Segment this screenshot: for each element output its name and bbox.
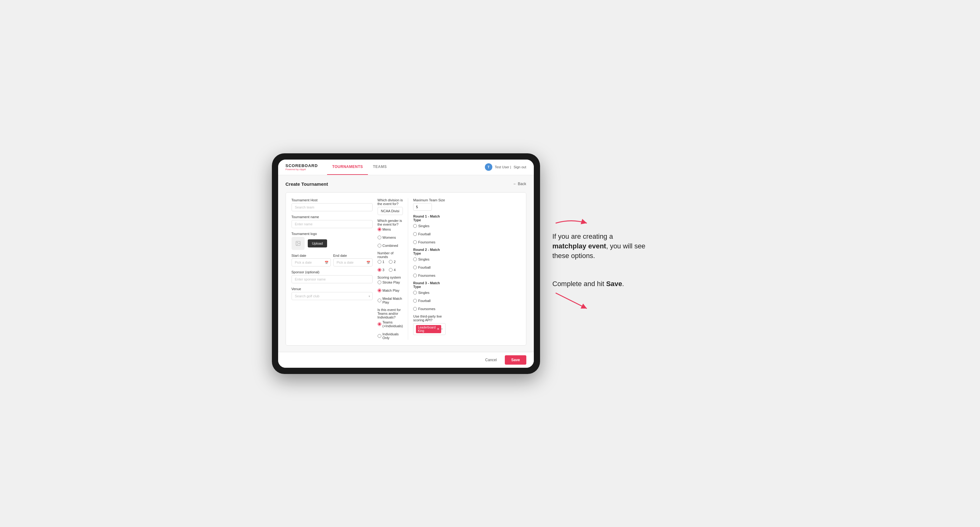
round1-foursomes-option[interactable]: Foursomes	[413, 240, 435, 244]
calendar-icon: 📅	[325, 260, 328, 264]
tablet-screen: SCOREBOARD Powered by clippit TOURNAMENT…	[278, 160, 534, 368]
round3-fourball-radio[interactable]	[413, 299, 417, 303]
rounds-1-option[interactable]: 1	[378, 260, 385, 264]
gender-mens-radio[interactable]	[378, 227, 381, 231]
round1-radio-group: Singles Fourball Foursomes	[413, 224, 445, 244]
gender-mens-option[interactable]: Mens	[378, 227, 391, 231]
max-team-size-field: Maximum Team Size	[413, 198, 445, 211]
round1-foursomes-radio[interactable]	[413, 240, 417, 244]
round2-foursomes-option[interactable]: Foursomes	[413, 274, 435, 277]
rounds-1-radio[interactable]	[378, 260, 381, 264]
round2-fourball-radio[interactable]	[413, 265, 417, 269]
round2-singles-radio[interactable]	[413, 257, 417, 261]
round3-singles-radio[interactable]	[413, 291, 417, 295]
rounds-label: Number of rounds	[378, 251, 403, 259]
scoring-medal-option[interactable]: Medal Match Play	[378, 297, 403, 304]
form-middle-section: Which division is the event for? NCAA Di…	[378, 198, 408, 340]
round1-singles-radio[interactable]	[413, 224, 417, 228]
scoring-medal-radio[interactable]	[378, 298, 381, 302]
form-left-section: Tournament Host Tournament name Tourname…	[291, 198, 372, 340]
scoring-match-option[interactable]: Match Play	[378, 289, 399, 292]
sponsor-input[interactable]	[291, 275, 372, 283]
round3-foursomes-label: Foursomes	[418, 307, 435, 311]
teams-label: Is this event for Teams and/or Individua…	[378, 308, 403, 319]
round2-foursomes-radio[interactable]	[413, 274, 417, 277]
teams-individuals-label: Individuals Only	[383, 332, 403, 340]
max-team-size-label: Maximum Team Size	[413, 198, 445, 202]
rounds-1-label: 1	[383, 260, 385, 264]
back-button[interactable]: ← Back	[513, 182, 526, 186]
gender-combined-option[interactable]: Combined	[378, 244, 398, 248]
teams-individuals-option[interactable]: Individuals Only	[378, 332, 403, 340]
tournament-name-input[interactable]	[291, 220, 372, 228]
avatar: T	[485, 163, 492, 171]
round1-fourball-radio[interactable]	[413, 232, 417, 236]
round3-radio-group: Singles Fourball Foursomes	[413, 291, 445, 311]
scoring-stroke-radio[interactable]	[378, 281, 381, 284]
max-team-size-input[interactable]	[413, 203, 432, 211]
arrow-top-icon	[552, 217, 590, 229]
brand: SCOREBOARD Powered by clippit	[286, 163, 318, 171]
end-date-field: End date 📅	[333, 254, 372, 267]
tournament-name-label: Tournament name	[291, 215, 372, 219]
tournament-host-input-wrapper	[291, 203, 372, 211]
nav-tab-teams[interactable]: TEAMS	[368, 160, 392, 175]
teams-individuals-radio[interactable]	[378, 334, 381, 338]
round3-fourball-label: Fourball	[418, 299, 431, 303]
annotation-top: If you are creating a matchplay event, y…	[552, 217, 708, 260]
round1-fourball-option[interactable]: Fourball	[413, 232, 431, 236]
scoring-medal-label: Medal Match Play	[383, 297, 403, 304]
round3-label: Round 3 - Match Type	[413, 281, 445, 289]
annotation-top-bold: matchplay event	[552, 242, 606, 250]
rounds-3-option[interactable]: 3	[378, 268, 385, 272]
nav-tabs: TOURNAMENTS TEAMS	[327, 160, 485, 175]
gender-radio-group: Mens Womens Combined	[378, 227, 403, 248]
round3-section: Round 3 - Match Type Singles Fourball	[413, 281, 445, 311]
api-select-container[interactable]: Leaderboard King ✕ ▾	[413, 323, 445, 335]
round3-foursomes-radio[interactable]	[413, 307, 417, 311]
venue-input-wrapper: ▾	[291, 292, 372, 300]
division-select[interactable]: NCAA Division I	[378, 207, 403, 215]
scoring-label: Scoring system	[378, 276, 403, 279]
teams-teams-option[interactable]: Teams (+Individuals)	[378, 321, 403, 328]
tournament-logo-label: Tournament logo	[291, 232, 372, 236]
cancel-button[interactable]: Cancel	[480, 355, 502, 365]
round3-fourball-option[interactable]: Fourball	[413, 299, 431, 303]
rounds-4-radio[interactable]	[389, 268, 393, 272]
gender-combined-radio[interactable]	[378, 244, 381, 248]
round3-singles-option[interactable]: Singles	[413, 291, 430, 295]
page-title: Create Tournament	[286, 181, 328, 187]
round2-singles-option[interactable]: Singles	[413, 257, 430, 261]
tournament-host-input[interactable]	[291, 203, 372, 211]
brand-sub: Powered by clippit	[286, 168, 318, 171]
save-button[interactable]: Save	[505, 355, 526, 365]
gender-label: Which gender is the event for?	[378, 219, 403, 226]
api-tag: Leaderboard King ✕	[416, 325, 441, 333]
round3-foursomes-option[interactable]: Foursomes	[413, 307, 435, 311]
gender-womens-radio[interactable]	[378, 236, 381, 239]
round1-singles-option[interactable]: Singles	[413, 224, 430, 228]
tournament-host-field: Tournament Host	[291, 198, 372, 211]
api-chevron-icon: ▾	[441, 327, 443, 331]
round2-label: Round 2 - Match Type	[413, 248, 445, 255]
venue-input[interactable]	[291, 292, 372, 300]
round2-fourball-option[interactable]: Fourball	[413, 265, 431, 269]
gender-womens-option[interactable]: Womens	[378, 236, 396, 239]
tournament-host-label: Tournament Host	[291, 198, 372, 202]
scoring-match-radio[interactable]	[378, 289, 381, 292]
tournament-name-field: Tournament name	[291, 215, 372, 228]
logo-upload-area: Upload	[291, 237, 372, 250]
division-label: Which division is the event for?	[378, 198, 403, 206]
rounds-4-option[interactable]: 4	[389, 268, 396, 272]
logo-placeholder	[291, 237, 305, 250]
teams-teams-radio[interactable]	[378, 322, 381, 326]
scoring-stroke-option[interactable]: Stroke Play	[378, 281, 400, 284]
upload-button[interactable]: Upload	[308, 239, 328, 248]
api-close-icon[interactable]: ✕	[437, 327, 439, 331]
rounds-2-radio[interactable]	[389, 260, 393, 264]
annotation-bottom: Complete and hit Save.	[552, 279, 708, 310]
rounds-3-radio[interactable]	[378, 268, 381, 272]
nav-tab-tournaments[interactable]: TOURNAMENTS	[327, 160, 368, 175]
sign-out-link[interactable]: Sign out	[514, 165, 526, 169]
rounds-2-option[interactable]: 2	[389, 260, 396, 264]
